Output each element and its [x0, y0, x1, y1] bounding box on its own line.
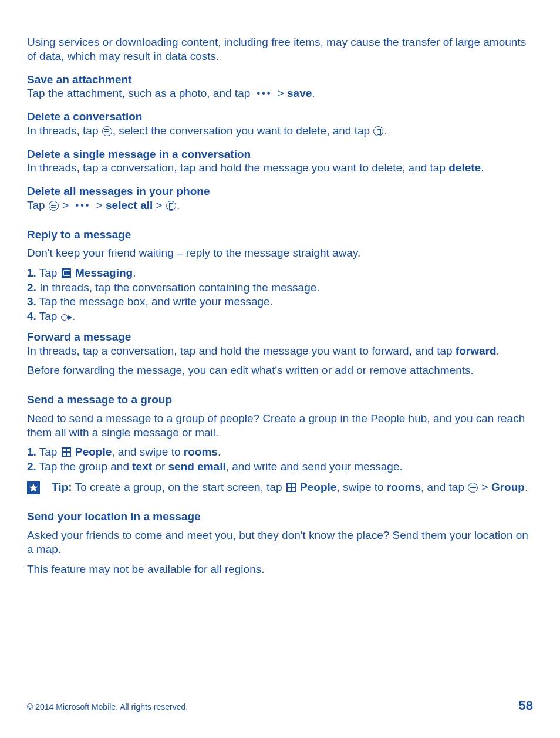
text-fragment: >	[278, 87, 287, 99]
footer-page-number: 58	[519, 698, 533, 713]
text-fragment: Tap	[36, 446, 60, 458]
heading-save-attachment: Save an attachment	[27, 73, 533, 87]
text-fragment: >	[156, 199, 166, 211]
page-footer: © 2014 Microsoft Mobile. All rights rese…	[27, 698, 533, 713]
select-list-icon	[49, 201, 59, 211]
section-delete-single: Delete a single message in a conversatio…	[27, 147, 533, 176]
text-fragment: , and tap	[421, 481, 467, 493]
text-fragment: In threads, tap the conversation contain…	[36, 281, 320, 294]
text-fragment: .	[312, 87, 315, 99]
text-fragment: >	[96, 199, 106, 211]
step-number: 4.	[27, 310, 36, 322]
list-item: 2. Tap the group and text or send email,…	[27, 460, 533, 474]
text-fragment: or	[152, 460, 168, 473]
section-delete-conversation: Delete a conversation In threads, tap , …	[27, 110, 533, 138]
messaging-app-icon	[62, 268, 71, 278]
heading-delete-conversation: Delete a conversation	[27, 110, 533, 124]
select-list-icon	[102, 126, 112, 136]
section-delete-all: Delete all messages in your phone Tap > …	[27, 184, 533, 213]
list-item: 1. Tap People, and swipe to rooms.	[27, 445, 533, 460]
document-page: Using services or downloading content, i…	[0, 0, 560, 738]
text-fragment: In threads, tap	[27, 124, 102, 137]
heading-location: Send your location in a message	[27, 510, 533, 524]
label-send-email: send email	[168, 460, 226, 473]
text-forward-2: Before forwarding the message, you can e…	[27, 363, 533, 378]
intro-paragraph: Using services or downloading content, i…	[27, 35, 533, 63]
text-save-attachment: Tap the attachment, such as a photo, and…	[27, 86, 533, 100]
tip-star-icon	[27, 481, 40, 494]
text-delete-all: Tap > ••• > select all > .	[27, 198, 533, 213]
heading-reply: Reply to a message	[27, 228, 533, 242]
step-number: 1.	[27, 446, 36, 458]
text-location-1: Asked your friends to come and meet you,…	[27, 528, 533, 557]
label-group: Group	[491, 481, 525, 493]
heading-delete-single: Delete a single message in a conversatio…	[27, 147, 533, 161]
list-item: 4. Tap .	[27, 309, 533, 324]
heading-delete-all: Delete all messages in your phone	[27, 184, 533, 198]
text-fragment: , swipe to	[336, 481, 387, 493]
plus-icon	[468, 483, 478, 493]
more-icon: •••	[72, 200, 93, 211]
text-fragment: .	[177, 199, 180, 211]
footer-copyright: © 2014 Microsoft Mobile. All rights rese…	[27, 702, 188, 712]
text-fragment: , and write and send your message.	[226, 460, 403, 473]
label-messaging: Messaging	[72, 267, 133, 279]
tip-block: Tip: To create a group, on the start scr…	[27, 480, 533, 495]
step-number: 2.	[27, 281, 36, 294]
list-item: 2. In threads, tap the conversation cont…	[27, 281, 533, 295]
tip-text: Tip: To create a group, on the start scr…	[47, 480, 528, 495]
text-fragment: Tap	[36, 267, 60, 279]
text-reply-intro: Don't keep your friend waiting – reply t…	[27, 246, 533, 260]
label-rooms: rooms	[184, 446, 218, 458]
people-app-icon	[286, 483, 296, 492]
label-delete: delete	[448, 161, 481, 174]
heading-group: Send a message to a group	[27, 393, 533, 407]
text-fragment: In threads, tap a conversation, tap and …	[27, 345, 456, 357]
text-fragment: .	[525, 481, 528, 493]
list-item: 3. Tap the message box, and write your m…	[27, 295, 533, 309]
text-fragment: .	[384, 124, 387, 137]
list-item: 1. Tap Messaging.	[27, 266, 533, 281]
text-forward-1: In threads, tap a conversation, tap and …	[27, 344, 533, 358]
text-fragment: .	[497, 345, 500, 357]
text-fragment: Tap the attachment, such as a photo, and…	[27, 87, 254, 99]
tip-label: Tip:	[52, 481, 75, 493]
text-fragment: Tap	[36, 310, 60, 322]
steps-group: 1. Tap People, and swipe to rooms. 2. Ta…	[27, 445, 533, 474]
text-fragment: Tap the group and	[36, 460, 132, 473]
label-save: save	[287, 87, 312, 99]
text-fragment: , and swipe to	[112, 446, 184, 458]
people-app-icon	[62, 447, 71, 457]
text-fragment: >	[478, 481, 491, 493]
text-delete-conversation: In threads, tap , select the conversatio…	[27, 124, 533, 138]
send-icon	[61, 313, 72, 322]
text-fragment: Tap	[27, 199, 48, 211]
text-fragment: .	[72, 310, 75, 322]
text-group-intro: Need to send a message to a group of peo…	[27, 412, 533, 440]
label-people: People	[72, 446, 112, 458]
label-people: People	[297, 481, 337, 493]
step-number: 2.	[27, 460, 36, 473]
text-fragment: Tap the message box, and write your mess…	[36, 295, 273, 308]
text-location-2: This feature may not be available for al…	[27, 562, 533, 577]
label-text: text	[132, 460, 152, 473]
text-fragment: .	[218, 446, 221, 458]
step-number: 1.	[27, 267, 36, 279]
label-forward: forward	[456, 345, 497, 357]
text-delete-single: In threads, tap a conversation, tap and …	[27, 161, 533, 175]
step-number: 3.	[27, 295, 36, 308]
steps-reply: 1. Tap Messaging. 2. In threads, tap the…	[27, 266, 533, 324]
section-save-attachment: Save an attachment Tap the attachment, s…	[27, 73, 533, 101]
svg-marker-0	[29, 483, 38, 491]
heading-forward: Forward a message	[27, 330, 533, 344]
label-rooms: rooms	[387, 481, 421, 493]
text-fragment: >	[62, 199, 72, 211]
text-fragment: , select the conversation you want to de…	[113, 124, 373, 137]
trash-icon	[373, 126, 383, 136]
text-fragment: .	[133, 267, 136, 279]
text-fragment: To create a group, on the start screen, …	[75, 481, 285, 493]
more-icon: •••	[254, 87, 275, 99]
text-fragment: .	[481, 161, 484, 174]
trash-icon	[166, 201, 176, 211]
label-select-all: select all	[106, 199, 153, 211]
